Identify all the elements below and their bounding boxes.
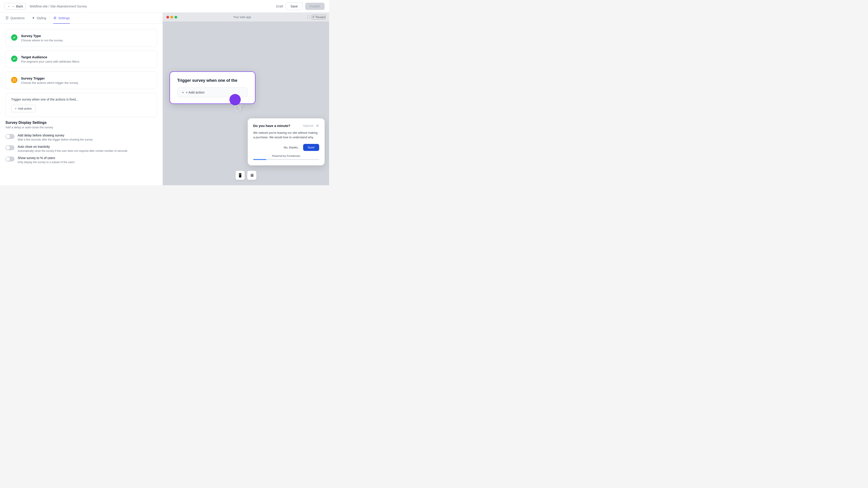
target-audience-description: Pre-segment your users with attributes f… bbox=[21, 60, 80, 63]
survey-trigger-check bbox=[11, 77, 18, 83]
pending-icon bbox=[13, 78, 16, 82]
desktop-view-button[interactable]: 🖥 bbox=[247, 171, 256, 180]
percentage-info: Show survey to % of users Only display t… bbox=[18, 156, 74, 164]
sure-button[interactable]: Sure! bbox=[303, 144, 319, 151]
dot-yellow bbox=[170, 16, 173, 19]
expand-icon: ⛶ bbox=[307, 15, 310, 19]
survey-type-check bbox=[11, 34, 18, 41]
survey-popup-body: We noticed you're leaving our site witho… bbox=[253, 131, 319, 139]
autoclose-title: Auto close on inactivity bbox=[18, 145, 127, 149]
survey-type-card[interactable]: Survey Type Choose where to run the surv… bbox=[5, 29, 157, 47]
back-arrow-icon: ← bbox=[7, 4, 11, 8]
tab-styling[interactable]: ✦ Styling bbox=[32, 13, 46, 24]
device-toggle: 📱 🖥 bbox=[236, 171, 256, 180]
survey-close-button[interactable]: ✕ bbox=[316, 124, 319, 128]
survey-popup-actions: No, thanks. Sure! bbox=[253, 144, 319, 151]
back-label: ← Back bbox=[12, 4, 23, 8]
survey-optional-label: Optional bbox=[303, 124, 313, 127]
target-audience-title: Target Audience bbox=[21, 55, 80, 59]
publish-button[interactable]: Publish bbox=[305, 3, 324, 10]
checkmark-icon bbox=[13, 36, 16, 39]
progress-fill bbox=[253, 159, 266, 160]
toggle-autoclose: Auto close on inactivity Automatically c… bbox=[5, 145, 157, 153]
tab-settings[interactable]: ⚙ Settings bbox=[53, 13, 70, 24]
survey-trigger-card[interactable]: Survey Trigger Choose the actions which … bbox=[5, 72, 157, 89]
checkmark-icon-2 bbox=[13, 57, 16, 60]
percentage-description: Only display the survey to a subset of t… bbox=[18, 161, 74, 164]
survey-trigger-description: Choose the actions which trigger the sur… bbox=[21, 81, 79, 85]
autoclose-info: Auto close on inactivity Automatically c… bbox=[18, 145, 127, 153]
survey-trigger-info: Survey Trigger Choose the actions which … bbox=[21, 76, 79, 85]
back-button[interactable]: ← ← Back bbox=[4, 3, 26, 10]
percentage-toggle[interactable] bbox=[5, 157, 14, 162]
survey-popup-title: Do you have a minute? bbox=[253, 124, 290, 128]
display-settings-subtitle: Add a delay or auto-close the survey bbox=[5, 126, 157, 129]
add-action-button[interactable]: + Add action bbox=[11, 105, 36, 112]
browser-url-label: Your web app bbox=[233, 15, 251, 19]
breadcrumb-current: Site Abandonment Survey bbox=[51, 4, 87, 8]
tooltip-add-label: + Add action bbox=[186, 90, 205, 94]
styling-icon: ✦ bbox=[32, 16, 35, 20]
left-panel: ☰ Questions ✦ Styling ⚙ Settings bbox=[0, 13, 163, 185]
add-icon: + bbox=[15, 107, 17, 110]
dot-red bbox=[166, 16, 169, 19]
toggle-percentage: Show survey to % of users Only display t… bbox=[5, 156, 157, 164]
questions-icon: ☰ bbox=[5, 16, 8, 20]
right-panel-preview: Your web app ⛶ ↺ Restart Trigger survey … bbox=[163, 13, 329, 185]
breadcrumb: Webflow-site / Site Abandonment Survey bbox=[30, 4, 87, 8]
target-audience-card[interactable]: Target Audience Pre-segment your users w… bbox=[5, 51, 157, 68]
delay-info: Add delay before showing survey Wait a f… bbox=[18, 133, 93, 141]
no-thanks-button[interactable]: No, thanks. bbox=[282, 144, 301, 151]
main-layout: ☰ Questions ✦ Styling ⚙ Settings bbox=[0, 13, 329, 185]
formbricks-brand: Formbricks bbox=[287, 155, 300, 157]
tab-styling-label: Styling bbox=[37, 16, 46, 20]
breadcrumb-parent[interactable]: Webflow-site / bbox=[30, 4, 50, 8]
restart-label: Restart bbox=[315, 15, 325, 19]
delay-title: Add delay before showing survey bbox=[18, 133, 93, 137]
save-button[interactable]: Save bbox=[286, 2, 303, 10]
powered-by: Powered by Formbricks bbox=[253, 155, 319, 157]
tooltip-add-button[interactable]: + + Add action bbox=[177, 88, 248, 97]
trigger-label: Trigger survey when one of the actions i… bbox=[11, 98, 151, 101]
delay-description: Wait a few seconds after the trigger bef… bbox=[18, 138, 93, 141]
browser-actions: ⛶ ↺ Restart bbox=[307, 15, 326, 19]
draft-status: Draft bbox=[276, 4, 283, 8]
restart-button[interactable]: ↺ Restart bbox=[312, 15, 326, 19]
add-action-label: Add action bbox=[18, 107, 32, 110]
app-header: ← ← Back Webflow-site / Site Abandonment… bbox=[0, 0, 329, 13]
restart-icon: ↺ bbox=[312, 15, 315, 19]
tab-questions-label: Questions bbox=[10, 16, 25, 20]
tooltip-title: Trigger survey when one of the bbox=[177, 78, 248, 83]
settings-content: Survey Type Choose where to run the surv… bbox=[0, 24, 162, 185]
survey-popup: Do you have a minute? Optional ✕ We noti… bbox=[248, 119, 324, 165]
trigger-box: Trigger survey when one of the actions i… bbox=[5, 93, 157, 117]
survey-popup-title-area: Do you have a minute? bbox=[253, 124, 290, 128]
header-actions: Draft Save Publish bbox=[276, 2, 324, 10]
tab-settings-label: Settings bbox=[58, 16, 70, 20]
browser-dots bbox=[166, 16, 177, 19]
target-audience-check bbox=[11, 56, 18, 62]
survey-trigger-title: Survey Trigger bbox=[21, 76, 79, 80]
autoclose-toggle[interactable] bbox=[5, 145, 14, 150]
survey-popup-header: Do you have a minute? Optional ✕ bbox=[253, 124, 319, 128]
trigger-tooltip-overlay: Trigger survey when one of the + + Add a… bbox=[169, 71, 255, 104]
delay-toggle[interactable] bbox=[5, 134, 14, 139]
display-settings-section: Survey Display Settings Add a delay or a… bbox=[5, 121, 157, 164]
toggle-delay: Add delay before showing survey Wait a f… bbox=[5, 133, 157, 141]
tab-questions[interactable]: ☰ Questions bbox=[5, 13, 25, 24]
survey-type-info: Survey Type Choose where to run the surv… bbox=[21, 34, 63, 42]
target-audience-info: Target Audience Pre-segment your users w… bbox=[21, 55, 80, 63]
browser-chrome: Your web app ⛶ ↺ Restart bbox=[163, 13, 329, 22]
autoclose-description: Automatically close the survey if the us… bbox=[18, 149, 127, 153]
survey-type-description: Choose where to run the survey. bbox=[21, 39, 63, 42]
percentage-title: Show survey to % of users bbox=[18, 156, 74, 160]
preview-area: Trigger survey when one of the + + Add a… bbox=[163, 22, 329, 184]
display-settings-title: Survey Display Settings bbox=[5, 121, 157, 125]
tab-bar: ☰ Questions ✦ Styling ⚙ Settings bbox=[0, 13, 162, 24]
tooltip-plus-icon: + bbox=[182, 90, 184, 94]
svg-point-0 bbox=[13, 79, 16, 81]
mobile-view-button[interactable]: 📱 bbox=[236, 171, 245, 180]
progress-bar bbox=[253, 159, 319, 160]
dot-green bbox=[175, 16, 177, 19]
settings-icon: ⚙ bbox=[53, 16, 57, 20]
